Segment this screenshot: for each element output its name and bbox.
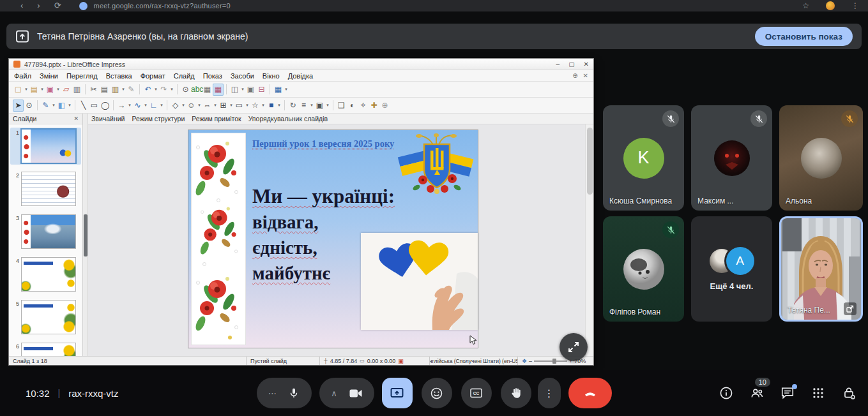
participant-tile-maksym[interactable]: Максим ... xyxy=(691,105,772,211)
arrow-icon[interactable]: → xyxy=(116,100,127,112)
camera-button[interactable]: ∧ xyxy=(319,378,374,408)
status-language[interactable]: англійська (Сполучені Штати) (en-US) xyxy=(430,357,518,365)
forward-icon[interactable]: › xyxy=(37,3,40,9)
undo-icon-dropdown[interactable]: ▾ xyxy=(153,87,158,92)
stars-icon[interactable]: ☆ xyxy=(250,100,261,112)
menu-item-2[interactable]: Перегляд xyxy=(66,72,98,80)
close-icon[interactable]: ✕ xyxy=(584,61,589,68)
ellipse-icon[interactable]: ◯ xyxy=(100,100,110,112)
slide-2-preview[interactable] xyxy=(21,172,76,206)
save-icon[interactable]: ▣ xyxy=(45,84,56,96)
gluepoints-icon[interactable]: ✚ xyxy=(369,100,379,112)
redo-icon[interactable]: ↷ xyxy=(158,84,169,96)
back-icon[interactable]: ‹ xyxy=(20,3,23,9)
slide-3-preview[interactable] xyxy=(21,214,76,249)
view-tab-2[interactable]: Режим приміток xyxy=(192,115,241,123)
clone-formatting-icon[interactable]: ✎ xyxy=(126,84,137,96)
arrow-icon-dropdown[interactable]: ▾ xyxy=(127,103,132,108)
slide-thumbnail-1[interactable]: 1 xyxy=(10,128,81,165)
copy-icon[interactable]: ▤ xyxy=(99,84,110,96)
zoom-slider-thumb[interactable] xyxy=(552,359,556,364)
paste-icon[interactable]: ▥ xyxy=(110,84,121,96)
3d-objects-icon[interactable]: ■ xyxy=(266,100,277,112)
maximize-icon[interactable]: ▢ xyxy=(568,61,574,68)
reload-icon[interactable]: ⟳ xyxy=(54,3,61,9)
callouts-icon[interactable]: ▭ xyxy=(234,100,245,112)
participant-tile-alona[interactable]: Альона xyxy=(779,105,863,211)
menu-item-5[interactable]: Слайд xyxy=(174,72,195,80)
master-slide-icon[interactable]: ◫ xyxy=(229,84,240,96)
present-screen-button[interactable] xyxy=(382,378,413,408)
curve-icon[interactable]: ∿ xyxy=(132,100,143,112)
align-icon[interactable]: ≡ xyxy=(298,100,309,112)
panel-resize-grip[interactable] xyxy=(83,114,88,356)
menu-item-3[interactable]: Вставка xyxy=(106,72,132,80)
minimize-icon[interactable]: – xyxy=(556,61,560,68)
expand-fullscreen-button[interactable] xyxy=(560,333,588,361)
raise-hand-button[interactable] xyxy=(501,378,531,408)
slide-thumbnail-2[interactable]: 2 xyxy=(10,170,81,207)
browser-profile-avatar[interactable] xyxy=(826,1,835,10)
redo-icon-dropdown[interactable]: ▾ xyxy=(169,87,174,92)
slide-thumbnail-4[interactable]: 4 xyxy=(10,256,81,293)
participant-tile-roman[interactable]: Філіпов Роман xyxy=(603,216,684,322)
snap-grid-icon[interactable]: ▦ xyxy=(213,84,224,96)
slide-5-preview[interactable] xyxy=(21,300,76,334)
undo-icon[interactable]: ↶ xyxy=(142,84,153,96)
export-pdf-icon[interactable]: ▱ xyxy=(61,84,72,96)
slide-4-preview[interactable] xyxy=(21,257,76,292)
cut-icon[interactable]: ✂ xyxy=(88,84,99,96)
block-arrows-icon-dropdown[interactable]: ▾ xyxy=(213,103,218,108)
more-options-button[interactable]: ⋮ xyxy=(538,378,561,408)
zoom-icon[interactable]: ⊙ xyxy=(24,100,34,112)
captions-button[interactable]: CC xyxy=(461,378,492,408)
symbol-shapes-icon-dropdown[interactable]: ▾ xyxy=(197,103,202,108)
zoom-slider[interactable] xyxy=(534,360,567,362)
open-icon-dropdown[interactable]: ▾ xyxy=(40,87,45,92)
print-icon[interactable]: ▥ xyxy=(72,84,82,96)
zoom-out-icon[interactable]: – xyxy=(529,358,532,364)
fill-color-icon[interactable]: ◧ xyxy=(56,100,67,112)
line-icon[interactable]: ╲ xyxy=(78,100,89,112)
insert-table-icon[interactable]: ▦ xyxy=(273,84,284,96)
filter-icon[interactable]: ◐ xyxy=(347,100,358,112)
menu-item-0[interactable]: Файл xyxy=(14,72,31,80)
symbol-shapes-icon[interactable]: ☺ xyxy=(186,100,197,112)
master-slide-icon-dropdown[interactable]: ▾ xyxy=(240,87,245,92)
duplicate-slide-icon[interactable]: ▣ xyxy=(245,84,256,96)
align-icon-dropdown[interactable]: ▾ xyxy=(309,103,314,108)
participant-tile-ksyusha[interactable]: K Ксюша Смирнова xyxy=(603,105,684,211)
line-color-icon[interactable]: ✎ xyxy=(40,100,51,112)
basic-shapes-icon-dropdown[interactable]: ▾ xyxy=(181,103,186,108)
menu-item-1[interactable]: Зміни xyxy=(40,72,58,80)
curve-icon-dropdown[interactable]: ▾ xyxy=(143,103,148,108)
points-icon[interactable]: ✧ xyxy=(358,100,369,112)
open-icon[interactable]: ▤ xyxy=(29,84,40,96)
meeting-details-button[interactable] xyxy=(719,385,734,401)
basic-shapes-icon[interactable]: ◇ xyxy=(170,100,181,112)
view-tab-0[interactable]: Звичайний xyxy=(91,115,125,123)
activities-button[interactable] xyxy=(811,385,826,401)
slide-thumbnail-5[interactable]: 5 xyxy=(10,299,81,336)
save-icon-dropdown[interactable]: ▾ xyxy=(56,87,61,92)
stars-icon-dropdown[interactable]: ▾ xyxy=(261,103,266,108)
shadow-icon[interactable]: ❑ xyxy=(336,100,347,112)
reactions-button[interactable] xyxy=(422,378,452,408)
address-bar[interactable]: meet.google.com/rax-rxxq-vtz?authuser=0 xyxy=(94,2,231,10)
bookmark-icon[interactable]: ☆ xyxy=(802,1,809,10)
scrollbar-thumb[interactable] xyxy=(587,128,593,195)
paste-icon-dropdown[interactable]: ▾ xyxy=(121,87,126,92)
slide-1-preview[interactable] xyxy=(21,129,76,163)
flowchart-icon[interactable]: ⊞ xyxy=(218,100,229,112)
slide-thumbnail-6[interactable]: 6 xyxy=(10,341,81,356)
camera-options-icon[interactable]: ∧ xyxy=(331,389,337,398)
more-participants-tile[interactable]: A Ещё 4 чел. xyxy=(691,216,772,322)
view-tab-1[interactable]: Режим структури xyxy=(132,115,185,123)
menu-item-6[interactable]: Показ xyxy=(203,72,222,80)
find-replace-icon[interactable]: ⊙ xyxy=(180,84,191,96)
panel-hide-handle[interactable] xyxy=(84,214,88,256)
menu-item-4[interactable]: Формат xyxy=(141,72,165,80)
browser-menu-icon[interactable]: ⋮ xyxy=(851,1,859,10)
slide-thumbnail-3[interactable]: 3 xyxy=(10,213,81,250)
menu-item-9[interactable]: Довідка xyxy=(288,72,314,80)
